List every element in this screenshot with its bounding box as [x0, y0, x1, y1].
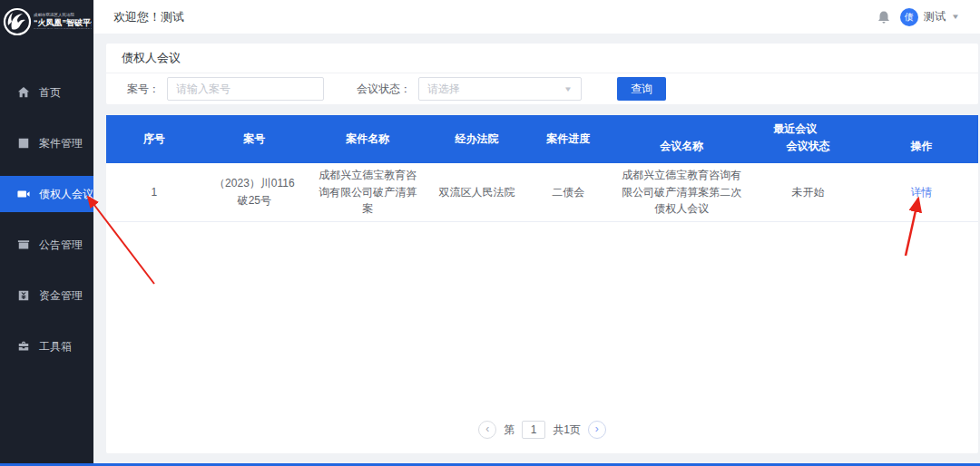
col-header-progress: 案件进度	[524, 115, 612, 163]
col-header-meeting-status: 会议状态	[751, 139, 865, 163]
sidebar-item-label: 公告管理	[39, 238, 83, 253]
case-folder-icon	[16, 137, 30, 150]
toolbox-icon	[16, 340, 30, 354]
sidebar-item-label: 工具箱	[39, 339, 72, 354]
logo-subtext: CHENGDU SHUANGLIU DISTRICT PEOPLE'S COUR…	[34, 28, 80, 31]
cell-no: 1	[106, 163, 202, 221]
chevron-down-icon: ▼	[951, 13, 960, 21]
case-no-input[interactable]	[167, 77, 324, 101]
sidebar-item-label: 资金管理	[39, 288, 83, 304]
sidebar-item-label: 债权人会议	[39, 187, 93, 202]
cell-case-name: 成都兴立德宝教育咨询有限公司破产清算案	[307, 163, 429, 221]
select-chevron-icon: ▼	[564, 85, 573, 93]
sidebar-item-announcement-management[interactable]: 公告管理	[0, 227, 93, 263]
sidebar-item-creditor-meeting[interactable]: 债权人会议	[0, 176, 93, 212]
app-window: 成都市双流区人民法院 “火凤凰”智破平台 CHENGDU SHUANGLIU D…	[0, 0, 980, 466]
sidebar-item-toolbox[interactable]: 工具箱	[0, 328, 93, 364]
page-title: 债权人会议	[122, 50, 181, 66]
col-header-case-no: 案号	[202, 115, 307, 163]
username: 测试	[924, 9, 946, 24]
sidebar-item-home[interactable]: 首页	[0, 74, 93, 111]
main-area: 欢迎您！测试 债 测试 ▼ 债权人会议 案号：	[93, 0, 980, 466]
sidebar: 成都市双流区人民法院 “火凤凰”智破平台 CHENGDU SHUANGLIU D…	[0, 0, 93, 466]
topbar: 欢迎您！测试 债 测试 ▼	[93, 0, 980, 34]
sidebar-item-label: 案件管理	[39, 136, 83, 151]
filter-card: 债权人会议 案号： 会议状态： 请选择 ▼ 查询	[106, 44, 978, 104]
pagination-prev-button[interactable]: ‹	[478, 421, 496, 439]
search-button[interactable]: 查询	[617, 77, 666, 101]
case-no-label: 案号：	[127, 82, 160, 97]
detail-link[interactable]: 详情	[911, 186, 933, 199]
yen-fund-icon	[16, 289, 30, 303]
home-icon	[16, 86, 30, 100]
col-group-recent-meeting: 最近会议	[612, 115, 978, 139]
cell-case-no: （2023）川0116破25号	[202, 163, 307, 221]
user-menu[interactable]: 债 测试 ▼	[900, 8, 960, 26]
sidebar-item-case-management[interactable]: 案件管理	[0, 125, 93, 161]
content: 债权人会议 案号： 会议状态： 请选择 ▼ 查询	[93, 34, 980, 466]
col-header-court: 经办法院	[429, 115, 525, 163]
table-row: 1 （2023）川0116破25号 成都兴立德宝教育咨询有限公司破产清算案 双流…	[106, 163, 978, 221]
notification-bell-icon[interactable]	[877, 10, 891, 24]
logo-court-name: 成都市双流区人民法院	[34, 14, 86, 18]
pagination-label-before: 第	[504, 422, 514, 438]
sidebar-item-fund-management[interactable]: 资金管理	[0, 277, 93, 314]
cell-progress: 二债会	[524, 163, 612, 221]
phoenix-logo-icon	[1, 5, 34, 38]
sidebar-nav: 首页 案件管理 债权人会议 公告管理	[0, 74, 93, 364]
cell-meeting-status: 未开始	[751, 163, 865, 221]
pagination-next-button[interactable]: ›	[588, 421, 606, 439]
col-header-case-name: 案件名称	[307, 115, 429, 163]
meeting-status-label: 会议状态：	[357, 82, 411, 97]
col-header-no: 序号	[106, 115, 202, 163]
pagination-label-after: 共1页	[553, 422, 581, 438]
creditor-meeting-table: 序号 案号 案件名称 经办法院 案件进度 最近会议 会议名称 会议状态 操作	[106, 115, 978, 222]
meeting-status-select[interactable]: 请选择 ▼	[418, 77, 582, 101]
cell-meeting-name: 成都兴立德宝教育咨询有限公司破产清算案第二次债权人会议	[612, 163, 751, 221]
col-header-action: 操作	[865, 139, 978, 163]
announcement-box-icon	[16, 238, 30, 252]
select-placeholder: 请选择	[427, 82, 460, 97]
table-card: 序号 案号 案件名称 经办法院 案件进度 最近会议 会议名称 会议状态 操作	[106, 115, 978, 453]
cell-court: 双流区人民法院	[429, 163, 525, 221]
avatar: 债	[900, 8, 918, 26]
pagination: ‹ 第 1 共1页 ›	[106, 421, 978, 453]
video-meeting-icon	[16, 188, 30, 201]
welcome-text: 欢迎您！测试	[113, 9, 184, 25]
logo: 成都市双流区人民法院 “火凤凰”智破平台 CHENGDU SHUANGLIU D…	[0, 0, 93, 44]
col-header-meeting-name: 会议名称	[612, 139, 751, 163]
pagination-page-input[interactable]: 1	[522, 421, 545, 439]
sidebar-item-label: 首页	[39, 85, 61, 101]
